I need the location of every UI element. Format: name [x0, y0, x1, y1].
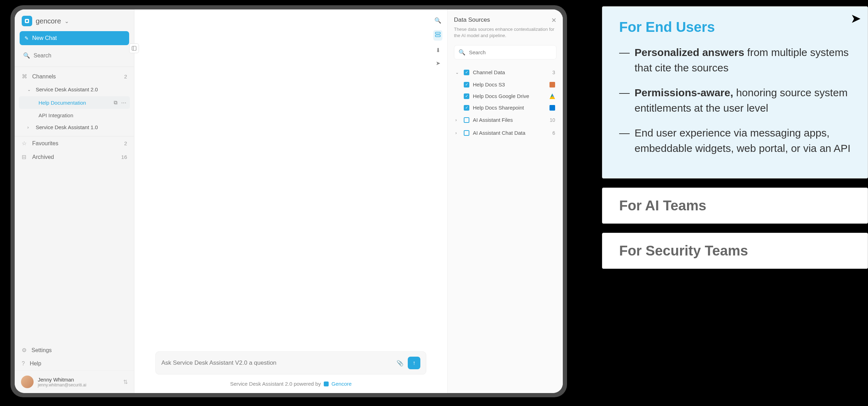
app-window: gencore ⌄ ✎ New Chat 🔍 ⌘ Channels 2 [10, 5, 567, 397]
tree-service-desk-10[interactable]: › Service Desk Assistant 1.0 [15, 121, 134, 133]
ds-description: These data sources enhance contextualiza… [454, 26, 556, 39]
bullet-item: Permissions-aware, honoring source syste… [619, 85, 851, 115]
data-sources-icon[interactable] [433, 30, 442, 41]
chat-input[interactable] [161, 359, 392, 366]
feature-cards: ➤ For End Users Personalized answers fro… [602, 6, 868, 278]
chevron-right-icon: › [455, 118, 460, 122]
chevron-right-icon: › [27, 125, 32, 130]
sidebar: gencore ⌄ ✎ New Chat 🔍 ⌘ Channels 2 [15, 9, 134, 393]
brand-name: gencore [36, 17, 61, 25]
search-icon: 🔍 [458, 49, 465, 56]
chevron-down-icon: ⌄ [27, 87, 32, 92]
nav-archived-label: Archived [32, 154, 54, 160]
chevron-right-icon: › [455, 131, 460, 135]
nav-section: ⌘ Channels 2 ⌄ Service Desk Assistant 2.… [15, 67, 134, 167]
ds-group-label: AI Assistant Files [473, 117, 513, 123]
ds-group-channel-data[interactable]: ⌄ Channel Data 3 [454, 66, 556, 79]
nav-help-label: Help [30, 360, 41, 367]
avatar [21, 376, 34, 388]
collapse-sidebar-button[interactable] [129, 43, 139, 53]
checkbox[interactable] [464, 117, 469, 123]
powered-prefix: Service Desk Assistant 2.0 powered by [230, 381, 321, 387]
tree-api-integration[interactable]: API Integration [15, 110, 134, 121]
card-ai-teams[interactable]: For AI Teams [602, 188, 868, 224]
powered-brand[interactable]: Gencore [331, 381, 352, 387]
star-icon: ☆ [22, 140, 28, 147]
chat-body: 🔍 ⬇ ➤ [134, 9, 447, 351]
nav-settings-label: Settings [31, 347, 52, 354]
card-security-teams[interactable]: For Security Teams [602, 233, 868, 269]
ds-group-count: 3 [552, 70, 555, 75]
nav-archived-count: 16 [121, 154, 127, 160]
right-toolbar: 🔍 ⬇ ➤ [433, 17, 442, 66]
search-icon: 🔍 [23, 52, 30, 59]
bullet-item: Personalized answers from multiple syste… [619, 45, 851, 75]
ds-item-label: Help Docs Sharepoint [473, 105, 524, 111]
user-profile[interactable]: Jenny Whitman jenny.whitman@securiti.ai … [15, 370, 134, 393]
user-email: jenny.whitman@securiti.ai [38, 383, 86, 387]
ds-item-label: Help Docs S3 [473, 82, 505, 88]
sidebar-footer: ⚙ Settings ? Help Jenny Whitman jenny.wh… [15, 343, 134, 393]
tree-sub-label: Help Documentation [38, 100, 86, 106]
new-chat-button[interactable]: ✎ New Chat [20, 31, 129, 45]
tree-label: Service Desk Assistant 2.0 [36, 86, 98, 92]
search-icon[interactable]: 🔍 [434, 17, 441, 24]
sharepoint-icon [550, 105, 555, 111]
close-icon[interactable]: ✕ [551, 16, 556, 24]
svg-rect-4 [435, 32, 440, 34]
channels-icon: ⌘ [22, 73, 28, 80]
nav-settings[interactable]: ⚙ Settings [15, 343, 134, 357]
card-end-users[interactable]: ➤ For End Users Personalized answers fro… [602, 6, 868, 178]
sidebar-search-input[interactable] [34, 52, 126, 59]
chat-input-bar: 📎 ↑ [155, 351, 426, 374]
nav-favourites[interactable]: ☆ Favourites 2 [15, 136, 134, 150]
chevron-down-icon[interactable]: ⌄ [64, 18, 69, 24]
chat-plus-icon: ✎ [24, 35, 29, 41]
ds-search[interactable]: 🔍 [454, 45, 556, 59]
ds-group-label: Channel Data [473, 69, 505, 75]
main-area: 🔍 ⬇ ➤ 📎 ↑ Service Desk Assistant 2.0 pow… [134, 9, 447, 393]
download-icon[interactable]: ⬇ [436, 47, 440, 54]
checkbox[interactable] [464, 70, 469, 75]
gear-icon: ⚙ [22, 347, 27, 354]
nav-channels[interactable]: ⌘ Channels 2 [15, 70, 134, 83]
s3-icon [550, 82, 555, 88]
tree-help-documentation[interactable]: Help Documentation ⧉ ⋯ [19, 96, 130, 109]
checkbox[interactable] [464, 93, 469, 99]
ds-item-help-docs-s3[interactable]: Help Docs S3 [454, 79, 556, 90]
tree-service-desk-20[interactable]: ⌄ Service Desk Assistant 2.0 [15, 83, 134, 96]
brand-logo-icon [22, 16, 32, 26]
more-icon[interactable]: ⋯ [121, 99, 126, 106]
checkbox[interactable] [464, 130, 469, 136]
ds-group-label: AI Assistant Chat Data [473, 130, 525, 136]
checkbox[interactable] [464, 105, 469, 111]
checkbox[interactable] [464, 82, 469, 88]
ds-group-ai-assistant-chat-data[interactable]: › AI Assistant Chat Data 6 [454, 126, 556, 139]
sort-icon[interactable]: ⇅ [123, 379, 128, 385]
gencore-logo-icon [324, 382, 329, 386]
bullet-item: End user experience via messaging apps, … [619, 125, 851, 156]
ds-group-count: 10 [550, 117, 555, 123]
svg-rect-5 [435, 35, 440, 37]
nav-archived[interactable]: ⊟ Archived 16 [15, 150, 134, 164]
ds-item-help-docs-sharepoint[interactable]: Help Docs Sharepoint [454, 102, 556, 113]
ds-group-ai-assistant-files[interactable]: › AI Assistant Files 10 [454, 113, 556, 126]
ds-group-count: 6 [552, 130, 555, 136]
duplicate-icon[interactable]: ⧉ [114, 99, 118, 106]
ds-item-help-docs-gdrive[interactable]: Help Docs Google Drive [454, 90, 556, 102]
tree-label: Service Desk Assistant 1.0 [36, 124, 98, 130]
sidebar-search[interactable]: 🔍 [20, 49, 129, 62]
send-button[interactable]: ↑ [408, 357, 420, 369]
attach-icon[interactable]: 📎 [397, 360, 404, 366]
nav-help[interactable]: ? Help [15, 357, 134, 370]
card-title: For AI Teams [619, 198, 851, 214]
google-drive-icon [550, 93, 555, 99]
ds-search-input[interactable] [469, 49, 552, 55]
sidebar-header[interactable]: gencore ⌄ [15, 9, 134, 31]
cursor-icon: ➤ [850, 11, 861, 26]
send-icon[interactable]: ➤ [436, 60, 440, 66]
chevron-down-icon: ⌄ [455, 70, 460, 75]
nav-channels-label: Channels [32, 74, 56, 80]
new-chat-label: New Chat [32, 35, 57, 41]
nav-favourites-label: Favourites [32, 140, 58, 147]
